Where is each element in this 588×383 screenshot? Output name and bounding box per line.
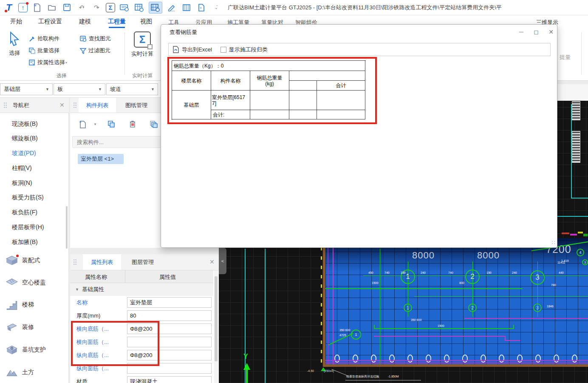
tab-component-list[interactable]: 构件列表	[79, 98, 116, 113]
cad-brown-border	[323, 238, 325, 367]
export-excel-button[interactable]: 导出到Excel	[172, 46, 212, 54]
tab-view[interactable]: 视图	[140, 18, 152, 26]
element-type-select[interactable]: 坡道▼	[106, 83, 158, 95]
property-group-basic[interactable]: ▼ 基础属性	[70, 283, 213, 296]
sidebar-module-stairs[interactable]: 楼梯	[0, 298, 68, 312]
property-value-input[interactable]: Φ8@200	[127, 350, 212, 360]
cell-blank	[317, 91, 365, 110]
tab-drawing-management[interactable]: 图纸管理	[118, 98, 155, 113]
view-quantity-icon[interactable]	[134, 2, 145, 13]
new-file-icon[interactable]: ✳	[31, 2, 42, 13]
copy-component-button[interactable]	[105, 118, 118, 130]
sidebar-item-spiral-slab[interactable]: 螺旋板(B)	[0, 133, 68, 144]
property-row-material: 材质 现浇混凝土	[70, 375, 213, 383]
close-icon[interactable]: ✕	[59, 102, 65, 108]
view-rebar-quantity-icon[interactable]	[149, 2, 162, 14]
view-calc-expression-icon[interactable]	[119, 2, 130, 13]
property-value-input[interactable]: 80	[127, 310, 212, 321]
close-button[interactable]: ✕	[547, 28, 555, 36]
dialog-resize-grip[interactable]: ∷	[552, 239, 554, 246]
tab-property-list[interactable]: 属性列表	[83, 254, 121, 270]
list-item-selected[interactable]: 室外垫层 <1>	[78, 154, 124, 164]
property-value-input[interactable]	[127, 337, 212, 347]
svg-text:✳: ✳	[34, 3, 37, 8]
sidebar-item-floor-band[interactable]: 楼层板带(H)	[0, 221, 68, 233]
delete-component-button[interactable]	[126, 118, 139, 130]
sidebar-module-prefab[interactable]: 装配式	[0, 253, 68, 268]
sidebar-item-column-cap[interactable]: 柱帽(V)	[0, 162, 68, 173]
pick-component-button[interactable]: 拾取构件	[29, 35, 59, 43]
tab-modeling[interactable]: 建模	[79, 18, 91, 26]
sidebar-item-ramp[interactable]: 坡道(PD)	[0, 148, 68, 159]
properties-scrollbar[interactable]	[215, 276, 218, 361]
rebar-quantity-table: 钢筋总重量（Kg）：0 楼层名称 构件名称 钢筋总重量(kg) 合计 基础层 室…	[172, 60, 366, 120]
category-select[interactable]: 板▼	[54, 83, 105, 95]
cad-grid-line-long	[380, 249, 380, 364]
export-icon	[172, 46, 179, 53]
new-component-button[interactable]: ✳	[76, 118, 89, 130]
property-value-input[interactable]	[127, 363, 212, 374]
find-element-button[interactable]: 查找图元	[80, 35, 111, 43]
sidebar-module-pit-support[interactable]: 基坑支护	[0, 343, 68, 357]
select-by-property-button[interactable]: 按属性选择 ▾	[29, 59, 67, 66]
cad-magenta-line	[464, 318, 588, 319]
qat-more-icon[interactable]: ⌄̄	[211, 2, 222, 13]
drag-grip-icon[interactable]	[73, 259, 77, 265]
save-icon[interactable]	[61, 2, 72, 13]
rebar-3d-icon[interactable]	[181, 2, 192, 13]
new-component-dropdown[interactable]: ▾	[89, 118, 102, 130]
cloud-check-icon[interactable]: +	[196, 2, 207, 13]
undo-icon[interactable]: ↶▾	[76, 2, 87, 13]
property-value-input[interactable]: Φ8@200	[127, 323, 212, 334]
cad-tiny-dim: 1846	[547, 305, 554, 308]
publish-icon[interactable]: ↑	[18, 3, 28, 12]
filter-element-button[interactable]: 过滤图元	[80, 47, 110, 54]
cad-cyan-line	[554, 216, 588, 217]
batch-select-button[interactable]: 批量选择	[29, 47, 59, 54]
open-folder-icon[interactable]	[46, 2, 57, 13]
redo-icon[interactable]: ↷▾	[91, 2, 102, 13]
col-subheader-blank	[289, 81, 317, 91]
floor-select[interactable]: 基础层▼	[0, 83, 53, 95]
realtime-calc-button[interactable]: Σ 实时计算	[129, 31, 155, 58]
sidebar-item-slab-negative-rebar[interactable]: 板负筋(F)	[0, 207, 68, 218]
sidebar-item-cast-slab[interactable]: 现浇板(B)	[0, 118, 68, 129]
cad-detail-bubble: 1	[351, 329, 361, 340]
tab-quantities[interactable]: 工程量	[108, 18, 126, 26]
cad-leader-underline	[345, 380, 421, 380]
sidebar-module-hollow-floor[interactable]: 空心楼盖	[0, 275, 68, 290]
axis-bubble: 2	[465, 270, 480, 284]
sidebar-item-slab-haunch[interactable]: 板加腋(B)	[0, 236, 68, 247]
cell-floor: 基础层	[172, 91, 211, 119]
tab-project-settings[interactable]: 工程设置	[38, 18, 62, 26]
property-value-input[interactable]: 室外垫层	[127, 297, 212, 308]
nav-scrollbar[interactable]	[66, 206, 68, 249]
cad-color-strip	[578, 232, 583, 233]
minimize-button[interactable]: ─	[517, 28, 525, 36]
sidebar-module-earthwork[interactable]: 土方	[0, 365, 68, 380]
cad-yellow-dashes	[321, 241, 322, 363]
maximize-button[interactable]: ◻	[532, 28, 540, 36]
edit-calc-icon[interactable]	[166, 2, 177, 13]
layer-copy-button[interactable]	[147, 118, 160, 130]
close-icon[interactable]: ✕	[209, 258, 215, 265]
drag-grip-icon[interactable]	[3, 102, 7, 108]
sidebar-item-slab-rebar[interactable]: 板受力筋(S)	[0, 192, 68, 203]
sidebar-item-slab-hole[interactable]: 板洞(N)	[0, 177, 68, 188]
select-button[interactable]: 选择	[3, 31, 26, 57]
show-construction-section-checkbox[interactable]	[220, 47, 226, 53]
application-window: 8000 8000 7200 1 2 3 1 2 3 4 3 1 450 740…	[0, 0, 588, 383]
tab-start[interactable]: 开始	[10, 18, 22, 26]
tab-layer-management[interactable]: 图层管理	[124, 254, 162, 270]
cad-symbol-ellipse	[444, 355, 449, 363]
summary-calculate-icon[interactable]: Σ	[106, 3, 115, 12]
sidebar-module-decoration[interactable]: 装修	[0, 320, 68, 335]
drag-grip-icon[interactable]	[73, 102, 77, 108]
cloud-quantity-button[interactable]: 提量	[560, 54, 571, 61]
col-subheader-total: 合计	[317, 81, 365, 91]
property-value-input[interactable]: 现浇混凝土	[127, 376, 212, 383]
cad-purple-path	[374, 336, 506, 337]
panel-collapse-handle[interactable]: <	[219, 248, 226, 274]
cursor-icon	[8, 31, 21, 47]
cad-symbol-ellipse	[535, 355, 541, 363]
